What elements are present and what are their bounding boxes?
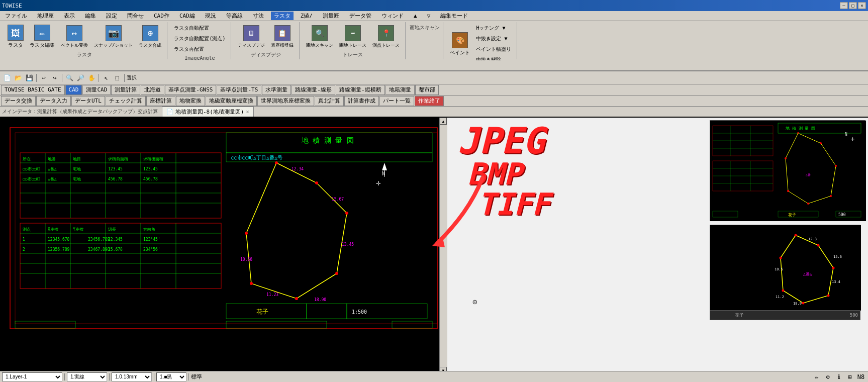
btn-scan[interactable]: 🔍 圃地スキャン bbox=[304, 24, 336, 50]
tab-ts[interactable]: 基準点測量-TS bbox=[217, 85, 261, 95]
doc-tab-close[interactable]: × bbox=[246, 109, 249, 115]
btn-disp-digi[interactable]: 🖥 ディスプデジ bbox=[235, 24, 267, 50]
minimize-button[interactable]: – bbox=[840, 2, 848, 9]
menu-cad-create[interactable]: CAD作 bbox=[151, 12, 172, 20]
svg-text:宅地: 宅地 bbox=[73, 167, 81, 171]
tab-cadastral[interactable]: 地籍測量 bbox=[385, 85, 415, 95]
btn-redo[interactable]: ↪ bbox=[50, 73, 60, 83]
btn-new[interactable]: 📄 bbox=[2, 73, 12, 83]
app-title: TOWISE bbox=[2, 3, 22, 9]
color-select[interactable]: 1.■黒 bbox=[156, 372, 186, 381]
status-info-icon[interactable]: ℹ bbox=[834, 372, 844, 382]
menu-file[interactable]: ファイル bbox=[2, 12, 30, 20]
status-pencil-icon[interactable]: ✏ bbox=[812, 372, 822, 382]
tab-route-line[interactable]: 路線測量-線形 bbox=[292, 85, 335, 95]
btn-paint[interactable]: 🎨 ペイント bbox=[447, 31, 472, 58]
tab-urban[interactable]: 都市部 bbox=[415, 85, 439, 95]
menu-zvalue[interactable]: Z値/ bbox=[298, 12, 316, 20]
tab-route-cross[interactable]: 路線測量-縦横断 bbox=[336, 85, 385, 95]
tab-data-exchange[interactable]: データ交換 bbox=[1, 96, 36, 106]
menu-window[interactable]: ウィンド bbox=[378, 12, 407, 20]
btn-nuki-settings[interactable]: 中抜き設定 ▼ bbox=[473, 34, 514, 44]
btn-zoom-in[interactable]: 🔍 bbox=[64, 73, 74, 83]
menu-edit[interactable]: 編集 bbox=[82, 12, 99, 20]
menu-current[interactable]: 現況 bbox=[202, 12, 219, 20]
btn-re-place[interactable]: ラスタ再配置 bbox=[171, 44, 228, 54]
scroll-up-button[interactable]: ▲ bbox=[440, 118, 447, 125]
tab-data-input[interactable]: データ入力 bbox=[36, 96, 71, 106]
menu-down[interactable]: ▽ bbox=[424, 12, 434, 20]
menu-dimension[interactable]: 寸法 bbox=[250, 12, 267, 20]
menu-data[interactable]: データ管 bbox=[346, 12, 374, 20]
btn-hatching[interactable]: Hッチング ▼ bbox=[473, 23, 514, 33]
btn-raster[interactable]: 🖼 ラスタ bbox=[5, 23, 26, 50]
layer-select[interactable]: 1.Layer-1 bbox=[2, 372, 62, 381]
btn-paint-width[interactable]: ペイント幅塗り bbox=[473, 44, 514, 54]
svg-point-62 bbox=[295, 297, 298, 300]
menu-editmode[interactable]: 編集モード bbox=[437, 12, 471, 20]
maximize-button[interactable]: □ bbox=[849, 2, 857, 9]
menu-geo[interactable]: 地理座 bbox=[34, 12, 57, 20]
tab-true-north[interactable]: 真北計算 bbox=[315, 96, 344, 106]
tab-hokkaido[interactable]: 北海道 bbox=[141, 85, 164, 95]
menu-cad-edit[interactable]: CAD編 bbox=[176, 12, 198, 20]
svg-text:1: 1 bbox=[23, 237, 25, 242]
btn-snapshot[interactable]: 📷 スナップ/ショット bbox=[91, 24, 135, 50]
menu-up[interactable]: ▲ bbox=[411, 12, 420, 20]
svg-text:花子: 花子 bbox=[788, 213, 796, 217]
btn-auto-place-point[interactable]: ラスタ自動配置(測点) bbox=[171, 34, 228, 44]
lineweight-select[interactable]: 1.0.13mm bbox=[112, 372, 152, 381]
btn-nuki-cancel[interactable]: 中抜き解除 bbox=[473, 55, 514, 60]
tab-gnss[interactable]: 基準点測量-GNSS bbox=[165, 85, 216, 95]
ribbon-group-paint: 🎨 ペイント Hッチング ▼ 中抜き設定 ▼ ペイント幅塗り 中抜き解除 ペイン… bbox=[444, 22, 517, 59]
status-extra1[interactable]: ⊞ bbox=[845, 372, 855, 382]
btn-raster-merge[interactable]: ⊕ ラスタ合成 bbox=[136, 24, 164, 50]
tab-basic-gate[interactable]: TOWISE BASIC GATE bbox=[1, 85, 65, 95]
imageangle-sub: ラスタ自動配置 ラスタ自動配置(測点) ラスタ再配置 bbox=[171, 23, 228, 54]
tab-world-coord[interactable]: 世界測地系座標変換 bbox=[257, 96, 314, 106]
linetype-select[interactable]: 1.実線 bbox=[67, 372, 107, 381]
btn-select[interactable]: ↖ bbox=[101, 73, 111, 83]
tab-coord-calc[interactable]: 座標計算 bbox=[146, 96, 175, 106]
tab-parts[interactable]: パート一覧 bbox=[379, 96, 414, 106]
menu-view[interactable]: 表示 bbox=[61, 12, 78, 20]
thumb-top: ✛ N 地 積 測 量 図 花子 500 △番 bbox=[710, 120, 865, 221]
btn-undo[interactable]: ↩ bbox=[39, 73, 49, 83]
tab-data-util[interactable]: データUTL bbox=[71, 96, 105, 106]
svg-point-99 bbox=[835, 165, 837, 167]
btn-open[interactable]: 📂 bbox=[13, 73, 23, 83]
menu-raster[interactable]: ラスタ bbox=[271, 12, 294, 20]
svg-point-100 bbox=[830, 195, 832, 197]
tab-level[interactable]: 水準測量 bbox=[262, 85, 291, 95]
cad-canvas[interactable]: 地 積 測 量 図 ○○市○○町△丁目△番△号 所在 地番 地目 求積前面積 bbox=[0, 118, 447, 382]
tab-finish[interactable]: 作業終了 bbox=[415, 96, 444, 106]
tab-mag-shift[interactable]: 地磁変動座標変換 bbox=[206, 96, 257, 106]
tab-feature-convert[interactable]: 地物変換 bbox=[176, 96, 205, 106]
menu-survey[interactable]: 測量匠 bbox=[320, 12, 342, 20]
svg-text:123°45': 123°45' bbox=[143, 237, 160, 242]
status-extra2[interactable]: N8 bbox=[856, 372, 866, 382]
btn-save[interactable]: 💾 bbox=[24, 73, 34, 83]
tab-calc-book[interactable]: 計算書作成 bbox=[344, 96, 379, 106]
btn-auto-place[interactable]: ラスタ自動配置 bbox=[171, 23, 228, 33]
tab-cad[interactable]: CAD bbox=[65, 85, 82, 95]
btn-point-trace[interactable]: 📍 測点トレース bbox=[370, 24, 402, 50]
tab-check-calc[interactable]: チェック計算 bbox=[106, 96, 146, 106]
tab-survey-cad[interactable]: 測量CAD bbox=[82, 85, 111, 95]
btn-vector-convert[interactable]: ↔ ベクトル変換 bbox=[58, 24, 90, 50]
btn-zoom-out[interactable]: 🔎 bbox=[75, 73, 85, 83]
svg-text:123.45: 123.45 bbox=[108, 167, 123, 171]
close-button[interactable]: × bbox=[858, 2, 866, 9]
btn-raster-edit[interactable]: ✏ ラスタ編集 bbox=[27, 23, 57, 50]
btn-select2[interactable]: ⬚ bbox=[112, 73, 122, 83]
document-tab-item[interactable]: 📄 地積測量図-8(地積測量図) × bbox=[162, 107, 254, 117]
menu-query[interactable]: 問合せ bbox=[124, 12, 147, 20]
menu-contour[interactable]: 等高線 bbox=[223, 12, 246, 20]
btn-coord-reg[interactable]: 📋 表座標登録 bbox=[268, 24, 296, 50]
tab-survey-calc[interactable]: 測量計算 bbox=[111, 85, 140, 95]
btn-trace[interactable]: ➡ 圃地トレース bbox=[337, 24, 369, 50]
menu-settings[interactable]: 設定 bbox=[103, 12, 120, 20]
thumb-top-svg: ✛ N 地 積 測 量 図 花子 500 △番 bbox=[710, 121, 866, 221]
btn-pan[interactable]: ✋ bbox=[86, 73, 97, 83]
status-gear-icon[interactable]: ⚙ bbox=[823, 372, 833, 382]
